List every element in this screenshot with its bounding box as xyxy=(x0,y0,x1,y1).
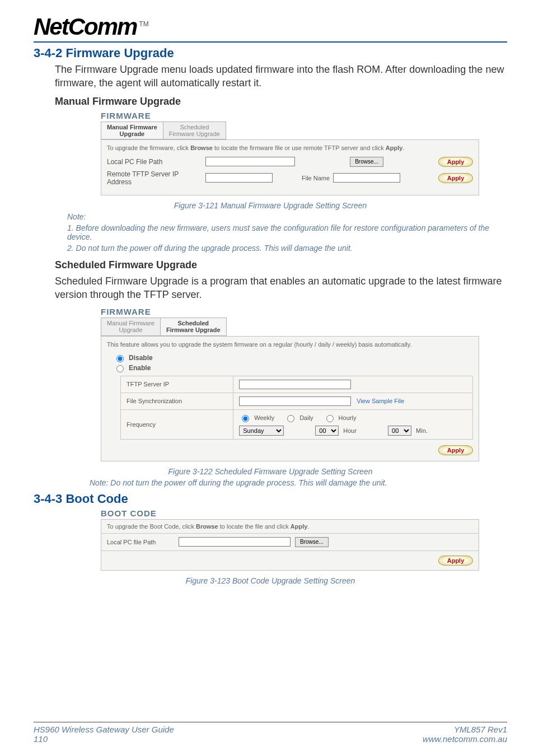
cell-frequency: Weekly Daily Hourly Sunday 00 Hour xyxy=(233,409,473,439)
screenshot-boot-code: BOOT CODE To upgrade the Boot Code, clic… xyxy=(101,508,479,571)
select-day[interactable]: Sunday xyxy=(239,426,284,436)
footer-right: YML857 Rev1 www.netcomm.com.au xyxy=(423,725,507,744)
select-hour[interactable]: 00 xyxy=(315,426,339,436)
label-disable: Disable xyxy=(129,354,153,362)
row-boot-local-path: Local PC file Path Browse... xyxy=(101,534,479,551)
screenshot-scheduled-firmware: FIRMWARE Manual Firmware Upgrade Schedul… xyxy=(101,307,479,461)
note-single: Note: Do not turn the power off during t… xyxy=(90,478,507,487)
instr-apply: Apply xyxy=(291,523,308,530)
label-file-sync: File Synchronization xyxy=(121,393,233,409)
instr-browse: Browse xyxy=(190,144,213,151)
caption-fig-122: Figure 3-122 Scheduled Firmware Upgrade … xyxy=(34,467,507,476)
label-min: Min. xyxy=(416,427,428,434)
tab-label: Scheduled xyxy=(169,124,220,130)
browse-button[interactable]: Browse... xyxy=(350,157,383,167)
tab-manual-firmware[interactable]: Manual Firmware Upgrade xyxy=(101,318,161,335)
tab-scheduled-firmware[interactable]: Scheduled Firmware Upgrade xyxy=(163,122,226,139)
footer-url: www.netcomm.com.au xyxy=(423,734,507,744)
input-local-path[interactable] xyxy=(205,157,295,166)
scheduled-settings-table: TFTP Server IP File Synchronization View… xyxy=(120,376,473,440)
apply-button[interactable]: Apply xyxy=(438,556,473,566)
tab-label: Manual Firmware xyxy=(107,320,154,326)
radio-weekly[interactable] xyxy=(242,415,249,422)
radio-hourly[interactable] xyxy=(326,415,334,422)
header-rule xyxy=(34,41,507,43)
instr-text: To upgrade the Boot Code, click xyxy=(107,523,196,530)
page-footer: HS960 Wireless Gateway User Guide 110 YM… xyxy=(34,722,507,744)
fw1-panel: To upgrade the firmware, click Browse to… xyxy=(101,139,479,195)
label-boot-local-path: Local PC file Path xyxy=(107,539,174,545)
radio-daily[interactable] xyxy=(287,415,294,422)
row-remote-tftp: Remote TFTP Server IP Address File Name … xyxy=(107,170,473,186)
section1-body: The Firmware Upgrade menu loads updated … xyxy=(55,63,507,90)
label-daily: Daily xyxy=(299,414,313,421)
note-2: 2. Do not turn the power off during the … xyxy=(67,244,507,253)
fw2-header: FIRMWARE xyxy=(101,307,479,316)
input-boot-local-path[interactable] xyxy=(179,537,291,547)
input-file-sync[interactable] xyxy=(239,396,351,406)
browse-button[interactable]: Browse... xyxy=(295,537,329,547)
table-row: TFTP Server IP xyxy=(121,376,473,393)
input-filename[interactable] xyxy=(333,173,400,183)
label-local-path: Local PC File Path xyxy=(107,158,202,166)
tab-scheduled-firmware[interactable]: Scheduled Firmware Upgrade xyxy=(161,318,227,335)
fw1-instructions: To upgrade the firmware, click Browse to… xyxy=(107,144,473,151)
radio-enable-row: Enable xyxy=(114,363,473,372)
label-filename: File Name xyxy=(302,175,330,181)
instr-browse: Browse xyxy=(196,523,218,530)
radio-disable[interactable] xyxy=(116,355,124,362)
apply-button[interactable]: Apply xyxy=(438,173,473,183)
tab-label: Scheduled xyxy=(166,320,221,326)
label-hourly: Hourly xyxy=(339,414,357,421)
footer-left: HS960 Wireless Gateway User Guide 110 xyxy=(34,725,174,744)
caption-fig-121: Figure 3-121 Manual Firmware Upgrade Set… xyxy=(34,201,507,210)
fw1-header: FIRMWARE xyxy=(101,111,479,120)
fw2-panel: This feature allows you to upgrade the s… xyxy=(101,336,479,461)
boot-instructions: To upgrade the Boot Code, click Browse t… xyxy=(101,520,479,534)
footer-revision: YML857 Rev1 xyxy=(423,725,507,734)
screenshot-manual-firmware: FIRMWARE Manual Firmware Upgrade Schedul… xyxy=(101,111,479,195)
section-title-bootcode: 3-4-3 Boot Code xyxy=(34,492,507,506)
table-row: File Synchronization View Sample File xyxy=(121,393,473,409)
cell-tftp-input xyxy=(233,376,473,393)
tab-label: Firmware Upgrade xyxy=(169,130,220,137)
tab-label: Manual Firmware xyxy=(107,124,157,130)
boot-header: BOOT CODE xyxy=(101,508,479,518)
link-view-sample[interactable]: View Sample File xyxy=(357,398,404,404)
logo-text: NetComm xyxy=(34,13,137,40)
subtitle-scheduled: Scheduled Firmware Upgrade xyxy=(55,259,507,271)
cell-file-sync: View Sample File xyxy=(233,393,473,409)
label-weekly: Weekly xyxy=(254,414,274,421)
logo: NetCommTM xyxy=(34,13,507,40)
subtitle-manual: Manual Firmware Upgrade xyxy=(55,96,507,108)
radio-enable[interactable] xyxy=(116,365,124,372)
apply-button[interactable]: Apply xyxy=(438,445,473,455)
fw2-instructions: This feature allows you to upgrade the s… xyxy=(107,341,473,348)
label-hour: Hour xyxy=(343,427,357,434)
boot-panel: To upgrade the Boot Code, click Browse t… xyxy=(101,519,479,571)
note-1: 1. Before downloading the new firmware, … xyxy=(67,223,507,241)
label-enable: Enable xyxy=(129,364,151,372)
input-remote-ip[interactable] xyxy=(205,173,273,183)
table-row: Frequency Weekly Daily Hourly Sunday xyxy=(121,409,473,439)
tab-label: Upgrade xyxy=(107,326,154,333)
label-frequency: Frequency xyxy=(121,409,233,439)
radio-disable-row: Disable xyxy=(114,353,473,362)
label-tftp-server: TFTP Server IP xyxy=(121,376,233,393)
label-remote-tftp: Remote TFTP Server IP Address xyxy=(107,170,202,186)
tab-manual-firmware[interactable]: Manual Firmware Upgrade xyxy=(101,122,163,139)
instr-text: to locate the file and click xyxy=(218,523,291,530)
input-tftp-ip[interactable] xyxy=(239,380,351,389)
instr-text: . xyxy=(307,523,309,530)
instr-apply: Apply xyxy=(386,144,403,151)
row-boot-apply: Apply xyxy=(101,551,479,570)
tab-label: Firmware Upgrade xyxy=(166,326,221,333)
instr-text: . xyxy=(402,144,404,151)
apply-button[interactable]: Apply xyxy=(438,157,473,167)
fw2-tabs: Manual Firmware Upgrade Scheduled Firmwa… xyxy=(101,318,479,335)
caption-fig-123: Figure 3-123 Boot Code Upgrade Setting S… xyxy=(34,576,507,585)
select-min[interactable]: 00 xyxy=(388,426,411,436)
fw1-tabs: Manual Firmware Upgrade Scheduled Firmwa… xyxy=(101,122,479,139)
section2-body: Scheduled Firmware Upgrade is a program … xyxy=(55,274,507,302)
note-heading: Note: xyxy=(67,212,507,221)
